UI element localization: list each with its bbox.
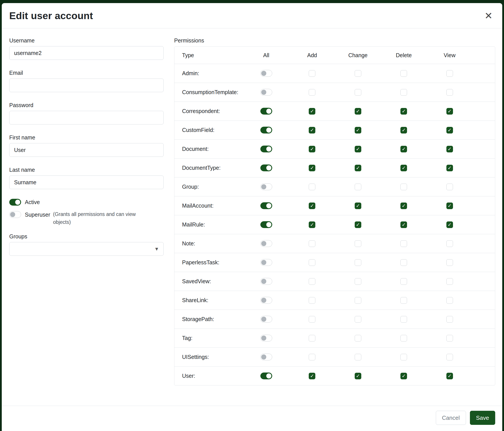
permission-checkbox-view[interactable]: [446, 70, 453, 77]
permission-checkbox-change[interactable]: [355, 278, 361, 285]
permission-toggle-all[interactable]: [260, 373, 272, 379]
first-name-input[interactable]: [9, 143, 164, 157]
permission-toggle-all[interactable]: [260, 108, 272, 115]
permission-checkbox-change[interactable]: [355, 354, 361, 360]
permission-checkbox-change[interactable]: [355, 316, 361, 323]
permission-toggle-all[interactable]: [260, 354, 272, 360]
permission-checkbox-delete[interactable]: [400, 240, 407, 247]
permission-checkbox-add[interactable]: ✓: [309, 203, 315, 209]
permission-toggle-all[interactable]: [260, 259, 272, 266]
permission-toggle-all[interactable]: [260, 89, 272, 96]
save-button[interactable]: Save: [470, 411, 495, 425]
permission-checkbox-change[interactable]: ✓: [355, 165, 361, 171]
permission-checkbox-add[interactable]: [309, 354, 315, 360]
permission-toggle-all[interactable]: [260, 70, 272, 77]
permission-checkbox-add[interactable]: [309, 240, 315, 247]
permission-checkbox-delete[interactable]: [400, 259, 407, 266]
permissions-header: Type All Add Change Delete View: [174, 47, 495, 64]
password-input[interactable]: [9, 111, 164, 125]
permission-checkbox-change[interactable]: ✓: [355, 221, 361, 228]
permission-checkbox-add[interactable]: [309, 316, 315, 323]
permission-checkbox-change[interactable]: ✓: [355, 127, 361, 134]
modal-title: Edit user account: [9, 10, 93, 22]
permission-checkbox-view[interactable]: [446, 297, 453, 304]
permission-type-label: PaperlessTask:: [174, 259, 243, 266]
permissions-label: Permissions: [174, 37, 495, 44]
permission-checkbox-view[interactable]: ✓: [446, 373, 453, 379]
permission-toggle-all[interactable]: [260, 335, 272, 341]
close-button[interactable]: ✕: [485, 11, 493, 21]
permission-checkbox-change[interactable]: ✓: [355, 146, 361, 153]
permission-checkbox-change[interactable]: ✓: [355, 108, 361, 115]
permission-checkbox-change[interactable]: ✓: [355, 373, 361, 379]
permission-checkbox-delete[interactable]: [400, 89, 407, 96]
permission-checkbox-delete[interactable]: [400, 278, 407, 285]
permission-checkbox-add[interactable]: [309, 278, 315, 285]
permission-checkbox-view[interactable]: ✓: [446, 203, 453, 209]
permission-checkbox-delete[interactable]: [400, 335, 407, 341]
permission-checkbox-change[interactable]: [355, 184, 361, 190]
email-input[interactable]: [9, 79, 164, 92]
permission-checkbox-view[interactable]: [446, 240, 453, 247]
permission-toggle-all[interactable]: [260, 297, 272, 304]
permission-toggle-all[interactable]: [260, 316, 272, 323]
permission-checkbox-change[interactable]: [355, 89, 361, 96]
permission-checkbox-delete[interactable]: ✓: [400, 203, 407, 209]
permission-checkbox-add[interactable]: ✓: [309, 165, 315, 171]
permission-checkbox-view[interactable]: ✓: [446, 108, 453, 115]
permission-checkbox-view[interactable]: ✓: [446, 165, 453, 171]
permission-checkbox-view[interactable]: [446, 184, 453, 190]
permission-checkbox-view[interactable]: ✓: [446, 221, 453, 228]
permission-checkbox-view[interactable]: ✓: [446, 127, 453, 134]
permission-checkbox-view[interactable]: [446, 89, 453, 96]
permission-checkbox-view[interactable]: [446, 316, 453, 323]
cancel-button[interactable]: Cancel: [436, 411, 466, 425]
superuser-toggle[interactable]: [9, 211, 21, 218]
permission-checkbox-add[interactable]: ✓: [309, 108, 315, 115]
permission-checkbox-view[interactable]: ✓: [446, 146, 453, 153]
permission-checkbox-add[interactable]: [309, 297, 315, 304]
permission-checkbox-delete[interactable]: ✓: [400, 146, 407, 153]
permission-checkbox-delete[interactable]: ✓: [400, 108, 407, 115]
permission-checkbox-delete[interactable]: ✓: [400, 221, 407, 228]
permission-checkbox-change[interactable]: [355, 335, 361, 341]
permission-checkbox-add[interactable]: ✓: [309, 373, 315, 379]
permission-toggle-all[interactable]: [260, 127, 272, 134]
permission-checkbox-delete[interactable]: [400, 354, 407, 360]
permission-checkbox-delete[interactable]: ✓: [400, 373, 407, 379]
permission-checkbox-view[interactable]: [446, 354, 453, 360]
permission-checkbox-change[interactable]: ✓: [355, 203, 361, 209]
permission-checkbox-change[interactable]: [355, 297, 361, 304]
permission-checkbox-delete[interactable]: [400, 297, 407, 304]
permission-toggle-all[interactable]: [260, 240, 272, 247]
permission-checkbox-change[interactable]: [355, 240, 361, 247]
permission-checkbox-add[interactable]: [309, 70, 315, 77]
permission-checkbox-add[interactable]: ✓: [309, 127, 315, 134]
permission-toggle-all[interactable]: [260, 183, 272, 190]
permission-checkbox-add[interactable]: ✓: [309, 146, 315, 153]
permission-checkbox-view[interactable]: [446, 335, 453, 341]
permission-checkbox-add[interactable]: [309, 259, 315, 266]
permission-checkbox-add[interactable]: [309, 89, 315, 96]
permission-checkbox-delete[interactable]: [400, 70, 407, 77]
permission-checkbox-delete[interactable]: [400, 184, 407, 190]
username-input[interactable]: [9, 46, 164, 60]
permission-checkbox-delete[interactable]: [400, 316, 407, 323]
groups-select[interactable]: ▼: [9, 242, 164, 256]
permission-checkbox-view[interactable]: [446, 278, 453, 285]
permission-checkbox-view[interactable]: [446, 259, 453, 266]
permission-toggle-all[interactable]: [260, 278, 272, 285]
last-name-input[interactable]: [9, 175, 164, 189]
permission-checkbox-add[interactable]: [309, 184, 315, 190]
permission-toggle-all[interactable]: [260, 202, 272, 209]
permission-checkbox-change[interactable]: [355, 259, 361, 266]
permission-toggle-all[interactable]: [260, 164, 272, 171]
permission-checkbox-delete[interactable]: ✓: [400, 165, 407, 171]
permission-checkbox-delete[interactable]: ✓: [400, 127, 407, 134]
permission-checkbox-change[interactable]: [355, 70, 361, 77]
permission-checkbox-add[interactable]: [309, 335, 315, 341]
active-toggle[interactable]: [9, 199, 21, 206]
permission-toggle-all[interactable]: [260, 221, 272, 228]
permission-toggle-all[interactable]: [260, 146, 272, 153]
permission-checkbox-add[interactable]: ✓: [309, 221, 315, 228]
